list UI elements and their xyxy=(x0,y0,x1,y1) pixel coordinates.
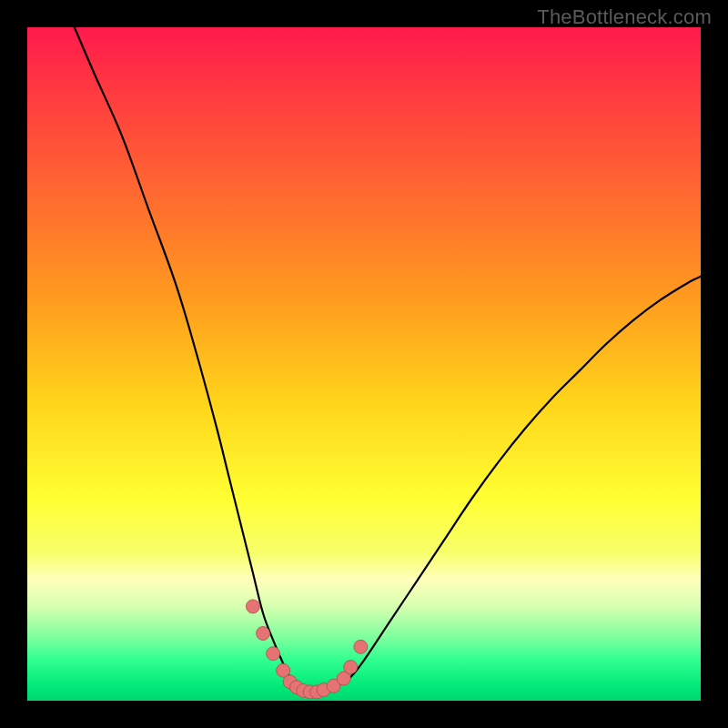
marker-point xyxy=(344,661,358,674)
marker-point xyxy=(257,627,270,641)
marker-point xyxy=(267,647,280,661)
plot-area xyxy=(27,27,701,701)
marker-point xyxy=(246,600,259,613)
bottleneck-curve xyxy=(75,27,701,694)
curve-layer xyxy=(27,27,701,701)
watermark-text: TheBottleneck.com xyxy=(537,5,712,29)
chart-stage: TheBottleneck.com xyxy=(0,0,728,728)
marker-point xyxy=(354,640,368,653)
